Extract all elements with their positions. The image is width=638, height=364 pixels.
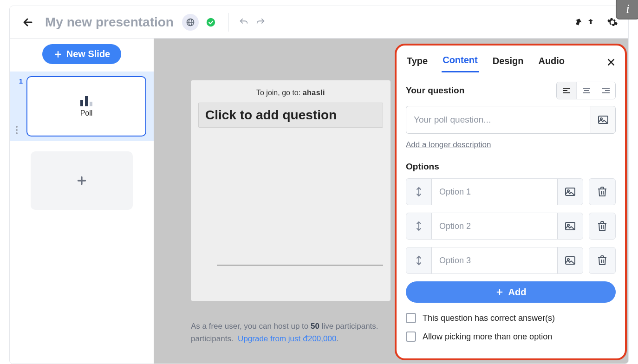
upgrade-text: Upgrade from just — [238, 334, 303, 343]
slide-number: 1 — [14, 77, 23, 85]
option-input[interactable] — [431, 247, 558, 273]
footer-post: live participants. — [319, 322, 378, 331]
footer-period: . — [336, 334, 339, 343]
share-button-real[interactable] — [584, 16, 597, 29]
align-center-icon — [582, 87, 591, 94]
footer-participants-suffix: participants. — [191, 334, 238, 343]
image-icon — [565, 188, 575, 196]
question-section-label: Your question — [406, 85, 464, 96]
check-circle-icon — [206, 17, 216, 27]
correct-answer-checkbox[interactable] — [406, 313, 416, 323]
close-panel-button[interactable] — [606, 58, 616, 67]
option-row — [406, 247, 616, 274]
svg-rect-9 — [85, 96, 88, 106]
trash-icon — [598, 221, 607, 231]
upgrade-link[interactable]: Upgrade from just ₫200,000 — [238, 334, 336, 343]
option-row — [406, 178, 616, 205]
add-option-button[interactable]: Add — [406, 281, 616, 303]
free-plan-notice: As a free user, you can host up to 50 li… — [191, 320, 378, 345]
redo-button[interactable] — [255, 17, 266, 28]
plus-icon — [76, 175, 88, 187]
tab-audio[interactable]: Audio — [537, 53, 566, 72]
slide-type-label: Poll — [80, 109, 93, 117]
tab-design[interactable]: Design — [492, 53, 525, 72]
slide-settings-panel: Type Content Design Audio Your question … — [395, 44, 627, 360]
join-instruction: To join, go to: ahasli — [198, 88, 383, 97]
option-delete-button[interactable] — [589, 247, 616, 274]
undo-icon — [239, 17, 249, 27]
align-right-button[interactable] — [596, 82, 615, 99]
new-slide-label: New Slide — [66, 49, 110, 59]
multi-pick-label: Allow picking more than one option — [423, 332, 552, 342]
correct-answer-label: This question has correct answer(s) — [423, 313, 555, 323]
export-icon — [585, 17, 596, 28]
question-image-button[interactable] — [591, 106, 616, 134]
chart-baseline — [217, 265, 383, 266]
drag-vertical-icon — [416, 221, 422, 231]
image-icon — [598, 116, 608, 124]
add-description-link[interactable]: Add a longer description — [406, 140, 491, 150]
option-delete-button[interactable] — [589, 213, 616, 240]
new-slide-button[interactable]: New Slide — [42, 44, 121, 64]
visibility-button[interactable] — [182, 14, 199, 31]
trash-icon — [598, 255, 607, 266]
option-image-button[interactable] — [558, 247, 583, 273]
slide-thumbnail-row[interactable]: 1 Poll — [10, 72, 154, 141]
join-domain: ahasli — [303, 89, 325, 97]
globe-icon — [186, 18, 195, 27]
align-left-button[interactable] — [557, 82, 576, 99]
question-placeholder-block[interactable]: Click to add question — [198, 103, 383, 128]
svg-point-12 — [16, 129, 18, 131]
drag-vertical-icon — [416, 187, 422, 197]
back-button[interactable] — [19, 13, 37, 31]
drag-vertical-icon — [416, 255, 422, 266]
svg-point-4 — [207, 18, 215, 26]
option-image-button[interactable] — [558, 213, 583, 239]
upgrade-price: ₫200,000 — [303, 334, 336, 343]
image-icon — [565, 222, 575, 230]
slide-menu-button[interactable] — [15, 125, 18, 135]
image-icon — [565, 256, 575, 265]
svg-rect-10 — [90, 102, 92, 106]
tab-type[interactable]: Type — [406, 53, 429, 72]
option-input[interactable] — [431, 179, 558, 205]
dots-vertical-icon — [15, 125, 18, 135]
join-prefix: To join, go to: — [256, 89, 303, 97]
redo-icon — [255, 17, 266, 27]
poll-icon — [79, 95, 93, 107]
align-left-icon — [562, 87, 571, 94]
option-image-button[interactable] — [558, 179, 583, 205]
trash-icon — [598, 187, 607, 197]
footer-limit: 50 — [311, 322, 319, 331]
add-slide-tile[interactable] — [31, 151, 133, 210]
slides-sidebar: New Slide 1 Poll — [10, 39, 154, 364]
footer-pre: As a free user, you can host up to — [191, 322, 311, 331]
divider — [228, 13, 229, 32]
align-right-icon — [602, 87, 610, 94]
option-row — [406, 213, 616, 240]
text-align-group — [556, 82, 616, 99]
option-drag-handle[interactable] — [406, 213, 431, 239]
slide-canvas: To join, go to: ahasli Click to add ques… — [191, 80, 391, 301]
saved-indicator — [202, 14, 219, 31]
share-button[interactable] — [571, 16, 584, 29]
option-input[interactable] — [431, 213, 558, 239]
presentation-title[interactable]: My new presentation — [45, 15, 174, 30]
multi-pick-checkbox[interactable] — [406, 332, 416, 342]
plus-icon — [53, 50, 63, 59]
tab-content[interactable]: Content — [442, 52, 479, 72]
svg-point-11 — [16, 126, 18, 128]
option-delete-button[interactable] — [589, 178, 616, 205]
align-center-button[interactable] — [576, 82, 596, 99]
slide-thumbnail[interactable]: Poll — [26, 76, 146, 136]
plus-icon — [495, 288, 504, 296]
add-option-label: Add — [508, 287, 527, 298]
info-badge[interactable]: i — [616, 0, 638, 20]
question-input[interactable] — [406, 106, 591, 134]
close-icon — [606, 58, 616, 67]
undo-button[interactable] — [238, 17, 249, 28]
option-drag-handle[interactable] — [406, 179, 431, 205]
options-section-label: Options — [406, 162, 616, 172]
option-drag-handle[interactable] — [406, 247, 431, 273]
svg-point-13 — [16, 132, 18, 134]
